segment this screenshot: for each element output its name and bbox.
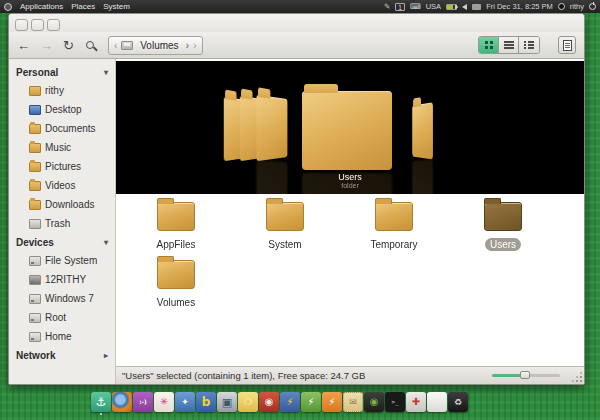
folder-icon <box>375 202 413 231</box>
docky-anchor-icon[interactable]: ⚓ <box>91 392 111 412</box>
desktop-icon <box>29 105 41 115</box>
file-users-selected[interactable]: Users <box>449 194 557 252</box>
sidebar-section-devices[interactable]: Devices ▾ <box>9 233 115 251</box>
breadcrumb-next-icon[interactable]: › <box>193 40 196 51</box>
properties-pane-button[interactable] <box>558 36 576 54</box>
search-icon[interactable] <box>86 41 94 49</box>
sidebar-item-12rithy[interactable]: 12RITHY <box>9 270 115 289</box>
keyboard-layout-label[interactable]: USA <box>426 2 441 11</box>
preview-folder-users-icon[interactable] <box>302 91 392 170</box>
breadcrumb-prev-icon[interactable]: ‹ <box>114 40 117 51</box>
distro-logo-icon[interactable] <box>4 3 12 11</box>
breadcrumb-separator-icon: › <box>186 39 190 51</box>
menu-places[interactable]: Places <box>71 2 95 11</box>
status-bar: "Users" selected (containing 1 item), Fr… <box>116 366 584 384</box>
clock[interactable]: Fri Dec 31, 8:25 PM <box>486 2 553 11</box>
presence-icon[interactable] <box>558 3 565 10</box>
expander-icon[interactable]: ▾ <box>104 68 108 77</box>
folder-icon <box>266 202 304 231</box>
sidebar-item-label: Desktop <box>45 104 82 115</box>
sidebar-item-root[interactable]: Root <box>9 308 115 327</box>
terminal-icon[interactable]: >_ <box>385 392 405 412</box>
folder-icon <box>484 202 522 231</box>
folder-icon <box>157 260 195 289</box>
sidebar-item-file-system[interactable]: File System <box>9 251 115 270</box>
chat-smiley-icon[interactable]: :-) <box>133 392 153 412</box>
file-label: System <box>263 238 306 251</box>
computer-icon[interactable]: ▣ <box>217 392 237 412</box>
zoom-slider-fill <box>492 374 523 377</box>
back-button[interactable]: ← <box>17 39 30 52</box>
art-app-icon[interactable]: ✳ <box>154 392 174 412</box>
menu-applications[interactable]: Applications <box>20 2 63 11</box>
disc-burner-icon[interactable]: ◉ <box>259 392 279 412</box>
expander-icon[interactable]: ▸ <box>104 351 108 360</box>
notes-green-icon[interactable]: ⚡ <box>301 392 321 412</box>
titlebar[interactable] <box>9 14 584 32</box>
file-icon-view[interactable]: AppFiles System Temporary Users <box>116 194 584 366</box>
file-appfiles[interactable]: AppFiles <box>122 194 230 252</box>
grid-view-icon <box>485 41 493 49</box>
sidebar-item-pictures[interactable]: Pictures <box>9 157 115 176</box>
expander-icon[interactable]: ▾ <box>104 238 108 247</box>
message-indicator-icon[interactable] <box>472 4 481 10</box>
breadcrumb[interactable]: ‹ Volumes › › <box>108 36 203 55</box>
social-bird-icon[interactable]: ✦ <box>175 392 195 412</box>
cheese-icon[interactable]: ❍ <box>238 392 258 412</box>
sidebar-item-windows-7[interactable]: Windows 7 <box>9 289 115 308</box>
username-label[interactable]: rithy <box>570 2 584 11</box>
sidebar-item-label: Home <box>45 331 72 342</box>
preview-selected-type: folder <box>116 182 584 189</box>
system-health-icon[interactable]: ✚ <box>406 392 426 412</box>
dock: ⚓ :-) ✳ ✦ b ▣ ❍ ◉ ⚡ ⚡ ⚡ ✉ ◉ >_ ✚ ♻ <box>91 392 468 412</box>
menu-system[interactable]: System <box>103 2 130 11</box>
blank-file-icon[interactable] <box>427 392 447 412</box>
file-label: AppFiles <box>152 238 201 251</box>
sidebar-item-desktop[interactable]: Desktop <box>9 100 115 119</box>
power-icon[interactable] <box>589 3 596 10</box>
reload-button[interactable]: ↻ <box>63 39 74 52</box>
pen-tool-icon[interactable]: ✎ <box>384 2 390 11</box>
window-close-button[interactable] <box>15 19 28 31</box>
firefox-icon[interactable] <box>112 392 132 412</box>
banshee-icon[interactable]: b <box>196 392 216 412</box>
breadcrumb-location[interactable]: Volumes <box>137 40 181 51</box>
sidebar-item-trash[interactable]: Trash <box>9 214 115 233</box>
forward-button[interactable]: → <box>40 39 53 52</box>
notes-orange-icon[interactable]: ⚡ <box>322 392 342 412</box>
sidebar-item-documents[interactable]: Documents <box>9 119 115 138</box>
camera-lens-icon[interactable]: ◉ <box>364 392 384 412</box>
sidebar: Personal ▾ rithy Desktop Documents Music… <box>9 59 116 384</box>
window-maximize-button[interactable] <box>47 19 60 31</box>
document-icon <box>563 40 572 51</box>
window-minimize-button[interactable] <box>31 19 44 31</box>
file-volumes[interactable]: Volumes <box>122 252 230 310</box>
sidebar-item-music[interactable]: Music <box>9 138 115 157</box>
sidebar-section-network[interactable]: Network ▸ <box>9 346 115 364</box>
compact-view-button[interactable] <box>519 37 539 53</box>
sidebar-item-label: File System <box>45 255 97 266</box>
trash-can-icon[interactable]: ♻ <box>448 392 468 412</box>
notes-blue-icon[interactable]: ⚡ <box>280 392 300 412</box>
zoom-slider-handle[interactable] <box>520 371 530 379</box>
icon-view-button[interactable] <box>479 37 499 53</box>
sidebar-item-videos[interactable]: Videos <box>9 176 115 195</box>
list-view-button[interactable] <box>499 37 519 53</box>
volume-icon[interactable] <box>462 4 467 10</box>
preview-folder-icon[interactable] <box>256 95 287 162</box>
preview-pane[interactable]: Users folder <box>116 61 584 194</box>
zoom-slider[interactable] <box>492 374 560 377</box>
drive-icon <box>29 275 41 285</box>
sidebar-item-downloads[interactable]: Downloads <box>9 195 115 214</box>
keyboard-icon[interactable]: ⌨ <box>410 2 421 11</box>
mail-stamp-icon[interactable]: ✉ <box>343 392 363 412</box>
file-temporary[interactable]: Temporary <box>340 194 448 252</box>
file-system[interactable]: System <box>231 194 339 252</box>
sidebar-item-rithy[interactable]: rithy <box>9 81 115 100</box>
sidebar-section-personal[interactable]: Personal ▾ <box>9 63 115 81</box>
workspace-switcher[interactable]: 1 <box>395 3 405 11</box>
sidebar-item-home[interactable]: Home <box>9 327 115 346</box>
preview-folder-icon[interactable] <box>412 102 433 159</box>
resize-grip[interactable] <box>572 372 582 382</box>
pictures-folder-icon <box>29 162 41 172</box>
